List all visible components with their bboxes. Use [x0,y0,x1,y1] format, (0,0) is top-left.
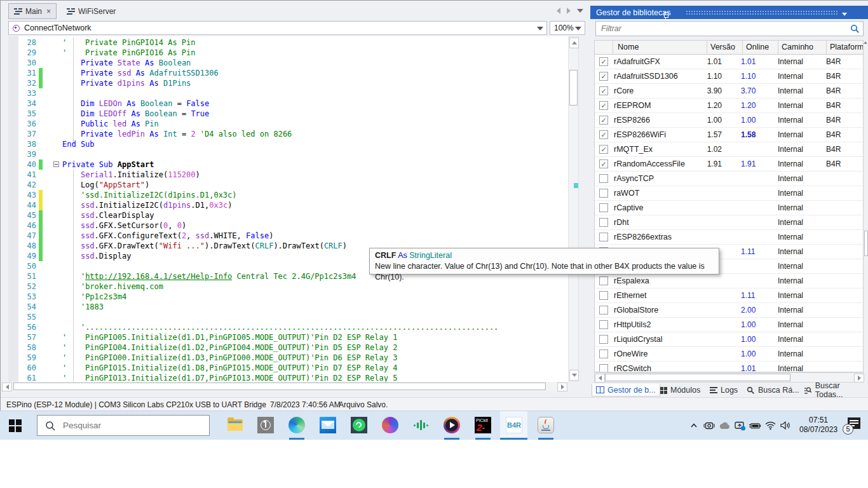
library-checkbox[interactable] [599,320,608,329]
tab-buscar-todas[interactable]: Buscar Todas... [804,384,868,396]
table-row[interactable]: rLiquidCrystal1.00Internal [595,332,863,347]
table-row[interactable]: ✓rEEPROM1.201.20InternalB4R [595,98,863,113]
table-row[interactable]: rHttpUtils21.00Internal [595,318,863,332]
collapse-region-icon[interactable] [53,161,59,167]
library-checkbox[interactable] [599,364,608,372]
tab-list-dropdown-icon[interactable] [577,9,583,13]
tab-gestor-bibliotecas[interactable]: Gestor de b... [592,384,660,396]
library-path: Internal [778,203,803,212]
library-checkbox-checked[interactable]: ✓ [599,159,608,168]
pickit2-icon[interactable]: PICkit 2- [474,416,492,434]
tab-main[interactable]: Main × [8,3,57,19]
col-plataforma[interactable]: Plataforma [830,43,864,51]
wifi-icon[interactable] [763,418,778,433]
table-row[interactable]: ✓rESP8266WiFi1.571.58InternalB4R [595,128,863,142]
library-checkbox-checked[interactable]: ✓ [599,145,608,154]
onedrive-cloud-icon[interactable] [717,418,732,433]
pin-icon[interactable] [663,12,669,20]
scroll-up-icon[interactable] [569,37,579,48]
table-row[interactable]: raWOTInternal [595,186,863,201]
battery-icon[interactable] [747,418,763,433]
library-checkbox[interactable] [599,233,608,241]
col-online[interactable]: Online [746,43,769,51]
home-app-icon[interactable] [257,416,275,434]
col-versao[interactable]: Versão [710,43,735,51]
col-nome[interactable]: Nome [618,43,639,51]
zoom-combo[interactable]: 100% [550,21,585,35]
code-text: 'broker.hivemq.com [62,281,163,292]
table-row[interactable]: ✓rAdafruitSSD13061.101.10InternalB4R [595,69,863,84]
scroll-tabs-right-icon[interactable] [567,8,571,14]
tab-wifiserver[interactable]: WiFiServer [62,3,121,19]
library-checkbox-checked[interactable]: ✓ [599,116,608,125]
library-checkbox[interactable] [599,335,608,344]
panel-dropdown-icon[interactable] [842,9,847,18]
filter-input[interactable] [600,24,844,34]
table-row[interactable]: rCaptiveInternal [595,201,863,215]
tray-chevron-up-icon[interactable] [686,418,702,433]
scroll-down-icon[interactable] [569,370,579,381]
java-icon[interactable] [537,416,555,434]
table-row[interactable]: rESP8266extrasInternal [595,230,863,245]
table-row[interactable]: rRCSwitch1.01Internal [595,362,863,372]
hscroll-thumb[interactable] [13,383,546,390]
table-row[interactable]: rGlobalStore2.00Internal [595,303,863,318]
combo-dropdown-icon[interactable] [537,27,543,30]
search-icon[interactable] [850,24,860,34]
zoom-dropdown-icon[interactable] [575,27,581,30]
hscroll-thumb[interactable] [605,374,790,381]
b4r-app-icon[interactable]: B4R [505,416,523,434]
library-checkbox[interactable] [599,291,608,300]
windows-start-icon[interactable] [9,419,22,432]
camera-icon[interactable] [702,418,717,433]
table-row[interactable]: ✓rAdafruitGFX1.011.01InternalB4R [595,55,863,69]
table-row[interactable]: ✓rRandomAccessFile1.911.91InternalB4R [595,157,863,172]
close-tab-icon[interactable]: × [46,7,51,16]
scroll-left-icon[interactable] [2,383,12,391]
table-row[interactable]: rAsyncTCPInternal [595,172,863,186]
whatsapp-icon[interactable] [350,416,368,434]
library-checkbox[interactable] [599,174,608,183]
col-caminho[interactable]: Caminho [782,43,813,51]
table-row[interactable]: rOneWire1.00Internal [595,347,863,362]
scroll-right-icon[interactable] [557,383,567,391]
library-checkbox-checked[interactable]: ✓ [599,130,608,139]
file-explorer-icon[interactable] [226,416,244,434]
cast-display-icon[interactable] [732,418,747,433]
code-editor[interactable]: 28' Private PinGPIO14 As Pin29' Private … [8,36,568,382]
microsoft-365-icon[interactable] [381,416,399,434]
tab-logs[interactable]: Logs [710,384,738,396]
library-path: Internal [778,335,803,344]
mail-icon[interactable] [319,416,337,434]
taskbar-search[interactable] [37,415,210,436]
table-row[interactable]: rDhtInternal [595,215,863,230]
volume-icon[interactable] [778,418,793,433]
sub-selector-combo[interactable]: ConnectToNetwork [8,21,547,35]
media-player-icon[interactable] [443,416,461,434]
tab-busca-rapida[interactable]: Busca Rá... [747,384,799,396]
library-checkbox[interactable] [599,218,608,227]
table-row[interactable]: ✓rCore3.903.70InternalB4R [595,84,863,98]
scroll-left-icon[interactable] [595,374,605,383]
search-input[interactable] [62,420,204,431]
library-checkbox-checked[interactable]: ✓ [599,57,608,66]
tray-clock[interactable]: 07:51 08/07/2023 [799,416,837,435]
library-checkbox[interactable] [599,189,608,198]
library-checkbox[interactable] [599,306,608,315]
library-checkbox[interactable] [599,203,608,212]
library-checkbox[interactable] [599,349,608,358]
vscroll-thumb[interactable] [569,70,578,105]
voice-recorder-icon[interactable] [412,416,430,434]
table-vscrollbar[interactable] [864,40,868,372]
table-row[interactable]: ✓rESP82661.001.00InternalB4R [595,113,863,128]
editor-hscrollbar[interactable] [2,382,568,391]
table-row[interactable]: rEthernet1.11Internal [595,288,863,303]
library-checkbox-checked[interactable]: ✓ [599,101,608,110]
library-checkbox-checked[interactable]: ✓ [599,86,608,95]
library-checkbox-checked[interactable]: ✓ [599,72,608,81]
scroll-tabs-left-icon[interactable] [557,8,560,14]
tab-modulos[interactable]: Módulos [660,384,700,396]
edge-browser-icon[interactable] [288,416,306,434]
table-row[interactable]: ✓rMQTT_Ex1.02InternalB4R [595,142,863,157]
editor-vscrollbar[interactable] [568,36,579,382]
